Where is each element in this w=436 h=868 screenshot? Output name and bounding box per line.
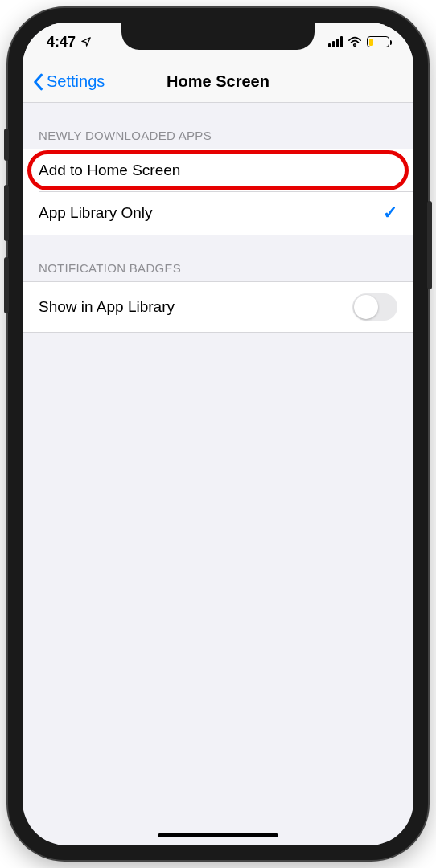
cell-label: App Library Only (39, 204, 153, 222)
device-side-button (4, 185, 9, 241)
option-app-library-only[interactable]: App Library Only ✓ (23, 191, 413, 235)
device-side-button (4, 257, 9, 313)
location-icon (80, 36, 92, 47)
device-notch (121, 23, 315, 50)
status-time: 4:47 (47, 34, 76, 51)
wifi-icon (348, 36, 362, 47)
cellular-signal-icon (328, 36, 343, 47)
status-left: 4:47 (47, 34, 92, 51)
newly-downloaded-group: Add to Home Screen App Library Only ✓ (23, 149, 413, 235)
chevron-left-icon (32, 73, 43, 91)
notification-badges-group: Show in App Library (23, 281, 413, 333)
navigation-bar: Settings Home Screen (23, 61, 413, 103)
back-label: Settings (47, 72, 105, 91)
cell-label: Add to Home Screen (39, 162, 180, 179)
content-area: Newly Downloaded Apps Add to Home Screen… (23, 103, 413, 333)
section-header-notification-badges: Notification Badges (23, 235, 413, 281)
home-indicator[interactable] (158, 833, 278, 837)
device-frame: 4:47 Settings Home Screen Newly Download… (8, 8, 428, 860)
section-header-downloaded-apps: Newly Downloaded Apps (23, 103, 413, 149)
back-button[interactable]: Settings (32, 72, 105, 91)
screen: 4:47 Settings Home Screen Newly Download… (23, 23, 413, 845)
status-right (328, 36, 389, 47)
option-add-to-home-screen[interactable]: Add to Home Screen (23, 149, 413, 191)
toggle-knob (354, 295, 378, 319)
toggle-switch[interactable] (352, 293, 397, 321)
checkmark-icon: ✓ (383, 203, 397, 223)
device-side-button (427, 201, 432, 289)
battery-fill (369, 39, 374, 46)
battery-icon (367, 36, 389, 47)
toggle-show-in-app-library[interactable]: Show in App Library (23, 282, 413, 332)
page-title: Home Screen (167, 72, 269, 91)
cell-label: Show in App Library (39, 298, 175, 316)
device-side-button (4, 129, 9, 161)
